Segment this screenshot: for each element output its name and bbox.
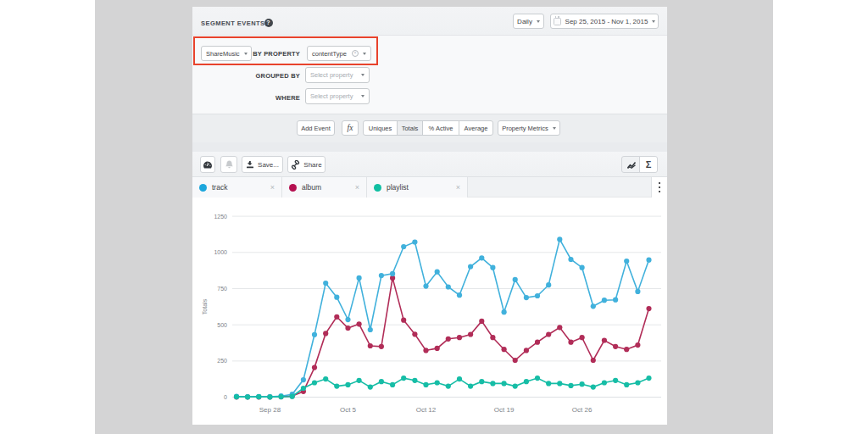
svg-text:Oct 5: Oct 5 [340, 406, 357, 414]
svg-text:250: 250 [217, 358, 227, 364]
svg-text:1000: 1000 [214, 249, 227, 255]
svg-text:500: 500 [217, 322, 227, 328]
svg-text:Totals: Totals [202, 298, 208, 314]
svg-text:Oct 19: Oct 19 [494, 406, 515, 414]
svg-text:Oct 12: Oct 12 [416, 406, 437, 414]
svg-text:750: 750 [217, 286, 227, 292]
svg-text:1250: 1250 [214, 214, 227, 220]
svg-text:0: 0 [224, 394, 227, 400]
svg-text:Oct 26: Oct 26 [572, 406, 593, 414]
svg-text:Sep 28: Sep 28 [259, 406, 281, 414]
